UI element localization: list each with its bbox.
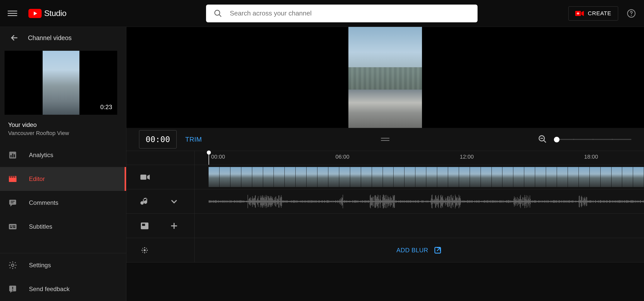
trim-button[interactable]: TRIM xyxy=(185,136,202,143)
ruler-tick: 18:00 xyxy=(584,154,598,160)
timeline: 00:00 06:00 12:00 18:00 xyxy=(126,151,644,262)
brand-name: Studio xyxy=(44,9,66,18)
feedback-icon xyxy=(8,285,17,294)
svg-rect-11 xyxy=(10,155,12,157)
help-icon xyxy=(627,9,636,18)
sidebar: Channel videos 0:23 Your video Vancouver… xyxy=(0,27,126,301)
youtube-icon xyxy=(28,9,42,18)
endscreen-add-button[interactable] xyxy=(169,221,179,231)
svg-rect-12 xyxy=(12,154,13,157)
help-button[interactable] xyxy=(626,8,636,19)
search-input[interactable] xyxy=(230,9,470,17)
thumbnail-duration: 0:23 xyxy=(100,104,112,111)
sidebar-item-label: Analytics xyxy=(29,152,53,159)
zoom-slider[interactable] xyxy=(554,139,631,140)
zoom-out-icon xyxy=(538,135,547,144)
search-bar[interactable] xyxy=(206,5,478,22)
add-blur-button[interactable]: ADD BLUR xyxy=(396,247,428,254)
create-icon xyxy=(575,10,584,17)
timecode-input[interactable]: 00:00 xyxy=(139,130,177,148)
audio-track[interactable] xyxy=(194,189,644,214)
logo[interactable]: Studio xyxy=(28,9,66,18)
svg-marker-4 xyxy=(581,11,584,16)
svg-line-2 xyxy=(219,14,221,17)
analytics-icon xyxy=(8,150,17,160)
video-thumbnail[interactable]: 0:23 xyxy=(5,51,117,115)
search-icon xyxy=(214,9,222,18)
preview-frame xyxy=(348,27,422,128)
editor-panel: 00:00 TRIM xyxy=(126,27,644,301)
svg-line-34 xyxy=(544,140,546,142)
endscreen-track[interactable] xyxy=(194,214,644,238)
svg-point-28 xyxy=(11,264,14,266)
sidebar-item-settings[interactable]: Settings xyxy=(0,253,126,277)
video-meta-label: Your video xyxy=(8,121,118,128)
create-button[interactable]: CREATE xyxy=(568,6,618,21)
svg-point-47 xyxy=(142,248,143,248)
svg-point-8 xyxy=(631,15,632,16)
svg-point-46 xyxy=(144,252,145,253)
back-arrow-icon[interactable] xyxy=(10,34,19,42)
svg-rect-19 xyxy=(9,200,16,205)
svg-rect-26 xyxy=(10,226,12,227)
audio-expand-button[interactable] xyxy=(169,196,179,207)
svg-point-42 xyxy=(144,249,146,251)
settings-icon xyxy=(8,261,17,270)
endscreen-track-icon xyxy=(140,221,150,231)
zoom-out-button[interactable] xyxy=(538,135,547,144)
breadcrumb[interactable]: Channel videos xyxy=(0,27,126,49)
svg-rect-23 xyxy=(9,224,16,229)
ruler-tick: 06:00 xyxy=(335,154,349,160)
video-title: Vancouver Rooftop View xyxy=(8,130,118,137)
svg-point-32 xyxy=(12,290,13,291)
subtitles-icon xyxy=(8,222,17,231)
sidebar-item-label: Comments xyxy=(29,199,58,206)
menu-button[interactable] xyxy=(8,9,17,18)
video-preview[interactable] xyxy=(126,27,644,128)
track-head-video xyxy=(126,165,194,189)
sidebar-item-label: Subtitles xyxy=(29,223,52,230)
svg-marker-37 xyxy=(147,175,150,180)
svg-rect-36 xyxy=(140,175,146,180)
breadcrumb-label: Channel videos xyxy=(28,34,72,42)
ruler-tick: 00:00 xyxy=(211,154,225,160)
svg-marker-20 xyxy=(10,205,12,207)
svg-rect-27 xyxy=(12,226,15,227)
timeline-ruler[interactable]: 00:00 06:00 12:00 18:00 xyxy=(194,151,644,165)
editor-icon xyxy=(8,174,17,183)
sidebar-item-editor[interactable]: Editor xyxy=(0,167,126,191)
sidebar-item-subtitles[interactable]: Subtitles xyxy=(0,215,126,239)
resize-handle-icon[interactable] xyxy=(381,138,389,141)
svg-marker-0 xyxy=(34,11,37,15)
svg-rect-24 xyxy=(10,227,12,228)
video-track[interactable] xyxy=(194,165,644,189)
create-label: CREATE xyxy=(588,10,611,17)
blur-track[interactable]: ADD BLUR xyxy=(194,238,644,262)
zoom-slider-knob[interactable] xyxy=(554,137,560,142)
svg-rect-13 xyxy=(14,154,15,157)
sidebar-item-label: Editor xyxy=(29,175,45,182)
track-head-blur xyxy=(126,238,194,262)
playhead[interactable] xyxy=(209,151,209,165)
audio-track-icon xyxy=(140,196,150,207)
waveform xyxy=(209,193,644,210)
sidebar-item-label: Settings xyxy=(29,262,51,269)
svg-point-48 xyxy=(146,248,147,248)
svg-point-1 xyxy=(215,10,220,15)
svg-point-49 xyxy=(142,252,143,252)
svg-point-45 xyxy=(144,247,145,248)
svg-point-44 xyxy=(147,249,148,251)
thumbnail-image xyxy=(43,51,79,115)
svg-rect-39 xyxy=(142,224,145,226)
track-head-endscreen xyxy=(126,214,194,238)
sidebar-item-comments[interactable]: Comments xyxy=(0,191,126,215)
video-track-icon xyxy=(140,172,150,182)
svg-point-43 xyxy=(142,249,143,251)
svg-rect-25 xyxy=(13,227,15,228)
svg-point-50 xyxy=(146,252,147,252)
sidebar-item-label: Send feedback xyxy=(29,286,70,293)
sidebar-item-feedback[interactable]: Send feedback xyxy=(0,277,126,301)
sidebar-item-analytics[interactable]: Analytics xyxy=(0,143,126,167)
ruler-tick: 12:00 xyxy=(460,154,474,160)
external-link-icon[interactable] xyxy=(433,246,442,255)
